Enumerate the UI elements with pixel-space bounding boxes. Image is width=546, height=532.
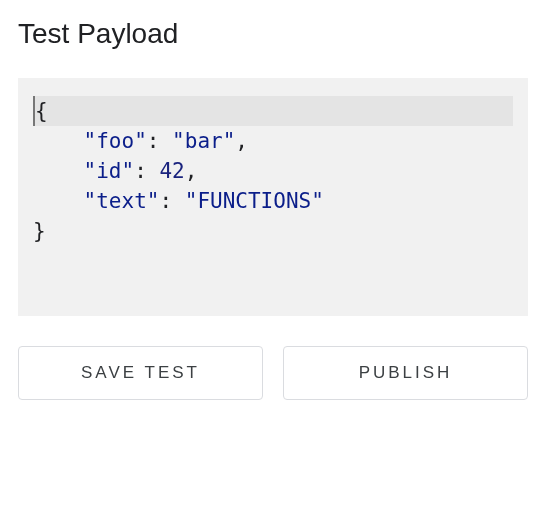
publish-button[interactable]: PUBLISH [283,346,528,400]
button-row: SAVE TEST PUBLISH [18,346,528,400]
payload-editor[interactable]: { "foo": "bar", "id": 42, "text": "FUNCT… [18,78,528,316]
brace-open: { [33,96,48,126]
code-line-3: "id": 42, [33,156,513,186]
brace-close: } [33,219,46,243]
code-line-4: "text": "FUNCTIONS" [33,186,513,216]
save-test-button[interactable]: SAVE TEST [18,346,263,400]
code-line-1: { [33,96,513,126]
code-line-5: } [33,216,513,246]
section-title: Test Payload [18,18,528,50]
code-line-2: "foo": "bar", [33,126,513,156]
